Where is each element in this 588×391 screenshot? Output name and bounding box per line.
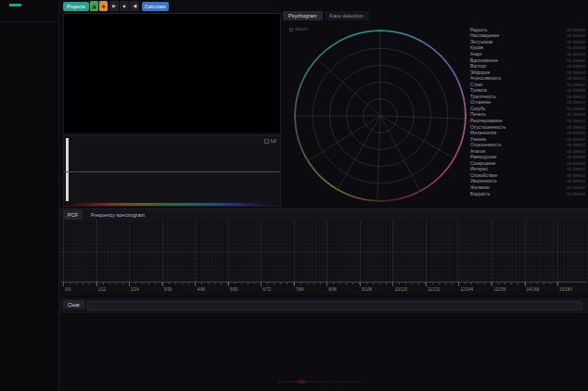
emotion-label: Агрессивность bbox=[470, 76, 501, 81]
axis-tick bbox=[96, 282, 97, 286]
emotion-label: Уверенность bbox=[470, 179, 497, 183]
stop-icon: ■ bbox=[123, 4, 126, 8]
sidebar-divider bbox=[0, 21, 59, 22]
grid-major-horizontal bbox=[59, 252, 588, 253]
emotion-value: no detect bbox=[567, 52, 585, 57]
psychogram-chart bbox=[294, 30, 467, 202]
clear-button[interactable]: Clear bbox=[63, 300, 84, 309]
axis-tick bbox=[162, 282, 163, 286]
emotion-value: no detect bbox=[567, 112, 585, 117]
clear-bar: Clear bbox=[59, 298, 588, 313]
emotion-label: Печаль bbox=[470, 112, 486, 117]
grid-major-vertical bbox=[492, 221, 492, 282]
emotion-label: Скорбь bbox=[470, 107, 486, 111]
app-window: Projects ▣ ✚ ▶ ■ ◀) Calculate full Psych… bbox=[0, 0, 588, 391]
axis-tick bbox=[557, 282, 558, 286]
waveform-baseline bbox=[64, 171, 280, 172]
tab-pcf[interactable]: PCF bbox=[63, 210, 83, 220]
emotion-row: Бодростьno detect bbox=[470, 191, 585, 197]
axis-minor-ticks bbox=[63, 283, 557, 284]
psychogram-spoke bbox=[339, 116, 381, 189]
axis-tick-label: 11/132 bbox=[428, 287, 440, 292]
emotion-label: Восторг bbox=[470, 64, 487, 69]
grid-major-vertical bbox=[360, 221, 361, 282]
grid-major-vertical bbox=[294, 221, 295, 282]
tab-frequency-spectrogram[interactable]: Frequency spectrogram bbox=[86, 210, 149, 220]
emotion-value: no detect bbox=[567, 70, 585, 75]
sound-button[interactable]: ◀) bbox=[130, 1, 139, 11]
axis-tick bbox=[492, 282, 492, 286]
emotion-value: no detect bbox=[567, 100, 585, 105]
stop-button[interactable]: ■ bbox=[120, 1, 129, 11]
emotion-value: no detect bbox=[567, 119, 585, 123]
grid-major-vertical bbox=[458, 221, 459, 282]
emotion-label: Наслаждение bbox=[470, 33, 499, 38]
emotion-value: no detect bbox=[567, 167, 585, 171]
emotion-value: no detect bbox=[567, 173, 585, 178]
psychogram-spoke bbox=[309, 116, 380, 160]
tab-psychogram[interactable]: Psychogram bbox=[283, 11, 323, 20]
emotion-label: Равнодушие bbox=[470, 155, 496, 159]
full-checkbox[interactable] bbox=[264, 139, 269, 144]
emotion-value: no detect bbox=[567, 192, 585, 196]
axis-tick-label: 12/144 bbox=[460, 287, 473, 292]
projects-button[interactable]: Projects bbox=[63, 2, 89, 11]
axis-tick bbox=[426, 282, 427, 286]
orange-tool-button[interactable]: ✚ bbox=[99, 1, 108, 11]
grid-major-vertical bbox=[162, 221, 163, 282]
emotion-value: no detect bbox=[567, 125, 585, 130]
axis-tick-label: 0/0 bbox=[65, 287, 70, 292]
axis-tick-label: 9/108 bbox=[362, 287, 372, 292]
emotion-value: no detect bbox=[567, 28, 585, 32]
axis-tick-label: 1/12 bbox=[98, 287, 107, 292]
tab-face-detection[interactable]: Face detection bbox=[325, 11, 369, 20]
psychogram-spoke bbox=[317, 59, 380, 116]
emotion-value: no detect bbox=[567, 161, 585, 166]
emotion-label: Спокойствие bbox=[470, 173, 497, 178]
emotion-label: Опустошенность bbox=[470, 125, 505, 130]
grid-major-vertical bbox=[392, 221, 393, 282]
axis-line bbox=[61, 282, 586, 283]
emotion-label: Отчаяние bbox=[470, 100, 491, 105]
play-button[interactable]: ▶ bbox=[109, 1, 119, 11]
emotion-label: Тревога bbox=[470, 88, 487, 93]
axis-tick-label: 8/96 bbox=[328, 287, 337, 292]
axis-tick-label: 6/72 bbox=[262, 287, 271, 292]
axis-tick bbox=[392, 282, 393, 286]
sidebar bbox=[0, 0, 59, 391]
psychogram-option-checkbox[interactable] bbox=[289, 28, 293, 32]
calculate-button[interactable]: Calculate bbox=[142, 2, 169, 11]
grid-major-vertical bbox=[96, 221, 97, 282]
window-title-dash bbox=[9, 4, 21, 6]
emotion-value: no detect bbox=[567, 82, 585, 87]
grid-major-vertical bbox=[63, 221, 64, 282]
axis-tick-label: 14/168 bbox=[527, 287, 540, 292]
axis-tick bbox=[326, 282, 327, 286]
clear-input-field[interactable] bbox=[87, 301, 582, 310]
waveform-panel: full bbox=[63, 135, 281, 207]
green-tool-button[interactable]: ▣ bbox=[90, 1, 98, 11]
footer-artifact-text bbox=[278, 381, 364, 383]
emotion-list: Радостьno detectНаслаждениеno detectЭнту… bbox=[470, 27, 585, 196]
emotion-label: Созерцание bbox=[470, 161, 496, 166]
play-icon: ▶ bbox=[112, 4, 115, 8]
axis-tick-label: 13/156 bbox=[493, 287, 506, 292]
emotion-value: no detect bbox=[567, 179, 585, 183]
axis-tick bbox=[129, 282, 130, 286]
emotion-value: no detect bbox=[567, 45, 585, 50]
emotion-value: no detect bbox=[567, 33, 585, 38]
full-option[interactable]: full bbox=[264, 138, 276, 144]
bottom-tab-bar: PCF Frequency spectrogram bbox=[59, 208, 588, 221]
axis-tick bbox=[458, 282, 459, 286]
axis-tick-label: 2/24 bbox=[131, 287, 139, 292]
spectrum-colorbar bbox=[64, 203, 280, 206]
emotion-value: no detect bbox=[567, 143, 585, 147]
emotion-value: no detect bbox=[567, 131, 585, 135]
emotion-label: Радость bbox=[470, 28, 488, 32]
emotion-value: no detect bbox=[567, 88, 585, 93]
psychogram-grid bbox=[294, 30, 467, 202]
emotion-value: no detect bbox=[567, 40, 585, 44]
grid-major-vertical bbox=[326, 221, 327, 282]
grid-major-vertical bbox=[195, 221, 196, 282]
axis-tick-label: 15/180 bbox=[559, 287, 572, 292]
